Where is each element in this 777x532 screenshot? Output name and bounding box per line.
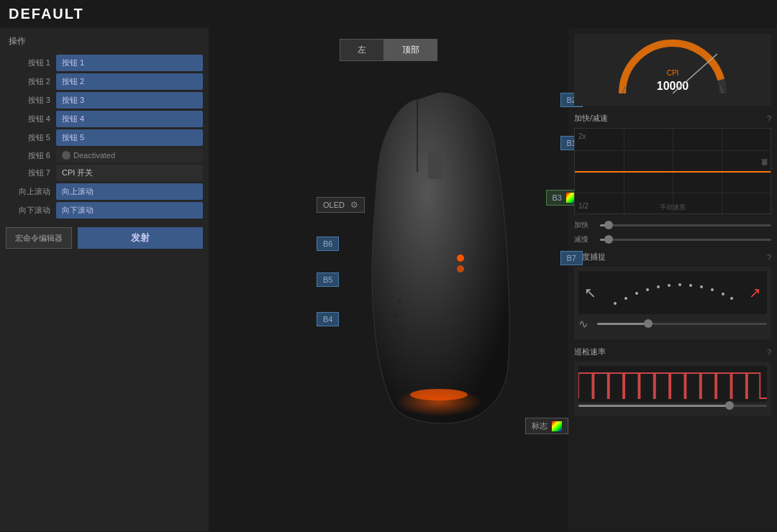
oled-label: OLED — [323, 201, 345, 209]
btn1-value[interactable]: 按钮 1 — [56, 55, 203, 71]
speed-up-thumb[interactable] — [604, 221, 613, 229]
scroll-down-label: 向下滚动 — [6, 205, 56, 216]
angle-section: ↖ ↗ — [574, 267, 771, 339]
svg-point-4 — [457, 254, 464, 262]
macro-editor-button[interactable]: 宏命令编辑器 — [6, 227, 72, 249]
polling-help[interactable]: ? — [767, 348, 771, 357]
speed-up-row: 加快 — [574, 220, 771, 230]
scroll-up-value[interactable]: 向上滚动 — [56, 183, 203, 200]
cursor-right-icon: ↗ — [749, 284, 761, 301]
tab-left[interactable]: 左 — [340, 39, 384, 61]
button-row-5: 按钮 5 按钮 5 — [6, 129, 203, 146]
mouse-container: OLED ⚙ B2 B1 B3 B6 B7 B5 B4 标志 — [302, 71, 590, 474]
svg-rect-6 — [428, 150, 442, 179]
svg-point-24 — [730, 297, 733, 300]
svg-point-15 — [635, 292, 638, 295]
polling-slider-row — [578, 405, 767, 407]
button-row-7: 按钮 7 CPI 开关 — [6, 165, 203, 181]
angle-thumb[interactable] — [644, 319, 653, 328]
logo-label-text: 标志 — [532, 421, 547, 431]
page-title: DEFAULT — [0, 0, 777, 28]
angle-slider[interactable] — [597, 323, 767, 325]
cursor-left-icon: ↖ — [584, 284, 596, 301]
b7-button[interactable]: B7 — [560, 251, 583, 265]
svg-point-21 — [700, 285, 703, 288]
btn5-value[interactable]: 按钮 5 — [56, 129, 203, 146]
b5-button[interactable]: B5 — [317, 272, 339, 287]
tab-top[interactable]: 顶部 — [384, 39, 437, 61]
bottom-actions: 宏命令编辑器 发射 — [6, 227, 203, 249]
btn4-value[interactable]: 按钮 4 — [56, 111, 203, 127]
svg-point-3 — [397, 328, 401, 332]
btn3-label: 按钮 3 — [6, 95, 56, 106]
scroll-up-label: 向上滚动 — [6, 186, 56, 197]
svg-point-23 — [722, 293, 724, 295]
cpi-arc-svg: CPI 10000 — [608, 36, 737, 104]
button-row-1: 按钮 1 按钮 1 — [6, 55, 203, 71]
btn2-value[interactable]: 按钮 2 — [56, 73, 203, 90]
polling-chart — [578, 366, 767, 402]
b3-label: B3 — [553, 193, 562, 202]
btn7-value[interactable]: CPI 开关 — [56, 165, 203, 181]
oled-button[interactable]: OLED ⚙ — [317, 197, 365, 213]
right-panel: CPI 10000 加快/减速 ? 2x — [568, 28, 777, 531]
svg-point-20 — [689, 284, 692, 287]
svg-point-2 — [394, 313, 398, 318]
button-row-4: 按钮 4 按钮 4 — [6, 111, 203, 127]
svg-point-18 — [668, 284, 671, 287]
polling-section — [574, 362, 771, 416]
svg-point-5 — [457, 265, 464, 272]
accel-line — [575, 171, 771, 173]
button-row-2: 按钮 2 按钮 2 — [6, 73, 203, 90]
btn6-label: 按钮 6 — [6, 150, 56, 161]
btn4-label: 按钮 4 — [6, 114, 56, 124]
polling-svg — [578, 366, 767, 402]
svg-point-14 — [624, 297, 627, 300]
scroll-down-row: 向下滚动 向下滚动 — [6, 202, 203, 219]
logo-button[interactable]: 标志 — [525, 418, 568, 434]
center-area: 左 顶部 — [209, 28, 568, 531]
polling-slider[interactable] — [578, 405, 767, 407]
angle-section-header: 角度捕捉 ? — [574, 250, 771, 264]
button-row-3: 按钮 3 按钮 3 — [6, 92, 203, 109]
polling-fill — [578, 405, 730, 407]
btn5-label: 按钮 5 — [6, 132, 56, 143]
tab-bar: 左 顶部 — [340, 39, 437, 61]
chart-half-label: 1/2 — [578, 202, 589, 210]
chart-2x-label: 2x — [578, 132, 586, 140]
gear-icon: ⚙ — [350, 200, 358, 210]
svg-point-1 — [397, 299, 401, 303]
mouse-image — [360, 86, 518, 431]
accel-section-header: 加快/减速 ? — [574, 111, 771, 125]
scroll-down-value[interactable]: 向下滚动 — [56, 202, 203, 219]
speed-up-slider[interactable] — [600, 224, 771, 226]
btn3-value[interactable]: 按钮 3 — [56, 92, 203, 109]
svg-point-17 — [657, 285, 660, 288]
angle-help[interactable]: ? — [767, 253, 771, 262]
btn7-label: 按钮 7 — [6, 168, 56, 178]
svg-point-7 — [396, 387, 482, 416]
b6-button[interactable]: B6 — [317, 237, 339, 251]
b4-button[interactable]: B4 — [317, 312, 339, 326]
btn6-text: Deactivated — [73, 151, 115, 160]
polling-thumb[interactable] — [725, 401, 734, 410]
panel-label: 操作 — [6, 34, 203, 49]
svg-text:CPI: CPI — [667, 69, 679, 77]
svg-point-16 — [646, 288, 649, 291]
fire-button[interactable]: 发射 — [78, 227, 203, 249]
left-panel: 操作 按钮 1 按钮 1 按钮 2 按钮 2 按钮 3 按钮 3 按钮 4 按钮… — [0, 28, 209, 531]
angle-slider-row: ∿ — [578, 317, 767, 331]
accel-help[interactable]: ? — [767, 114, 771, 123]
angle-curve: ↖ ↗ — [578, 271, 767, 314]
scroll-up-row: 向上滚动 向上滚动 — [6, 183, 203, 200]
button-row-6: 按钮 6 Deactivated — [6, 148, 203, 162]
slow-down-row: 减慢 — [574, 234, 771, 244]
btn1-label: 按钮 1 — [6, 58, 56, 68]
svg-text:10000: 10000 — [657, 80, 689, 92]
btn6-value[interactable]: Deactivated — [56, 148, 203, 162]
cpi-gauge: CPI 10000 — [574, 34, 771, 106]
angle-fill — [597, 323, 648, 325]
slow-down-slider[interactable] — [600, 239, 771, 241]
slow-down-thumb[interactable] — [604, 235, 613, 244]
svg-line-12 — [673, 54, 717, 93]
